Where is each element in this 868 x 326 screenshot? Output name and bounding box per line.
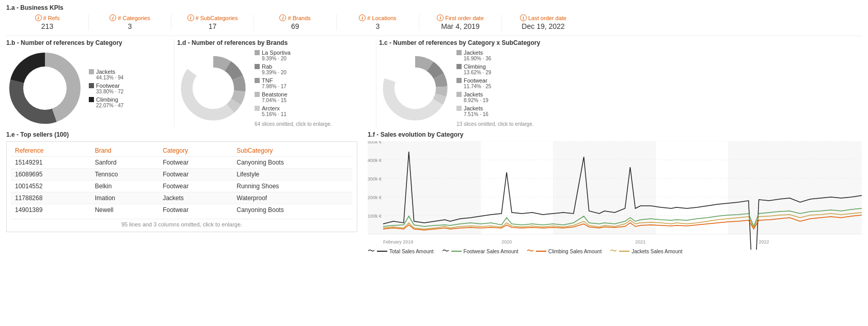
legend-color-cs2 bbox=[456, 64, 462, 69]
legend-label-beatstone: Beatstone bbox=[262, 91, 288, 97]
table-head-row: Reference Brand Category SubCategory bbox=[11, 146, 353, 157]
legend-sub-cs5: 7.51% · 16 bbox=[464, 111, 534, 117]
jackets-legend-line bbox=[619, 251, 629, 252]
info-icon-2[interactable]: i bbox=[187, 14, 194, 21]
table-cell-2-2: Footwear bbox=[159, 181, 232, 192]
table-cell-2-1: Belkin bbox=[91, 181, 159, 192]
footwear-legend-line bbox=[451, 251, 462, 252]
divider bbox=[6, 36, 862, 36]
legend-item-arcterx: Arcterx 5.16% · 11 bbox=[255, 105, 332, 117]
legend-sub-cs3: 11.74% · 25 bbox=[464, 84, 534, 89]
brands-donut-svg bbox=[177, 50, 249, 127]
svg-text:300k €: 300k € bbox=[368, 176, 382, 182]
legend-label-cs4: Jackets bbox=[464, 91, 483, 97]
table-cell-2-3: Running Shoes bbox=[232, 181, 353, 192]
col-category: Category bbox=[159, 146, 232, 157]
table-body: 15149291SanfordFootwearCanyoning Boots16… bbox=[11, 157, 353, 216]
page-container: 1.a - Business KPIs i # Refs 213 i # Cat… bbox=[0, 0, 868, 260]
brands-omitted-label[interactable]: 64 slices omitted, click to enlarge. bbox=[255, 121, 332, 127]
table-cell-0-1: Sanford bbox=[91, 157, 159, 169]
table-cell-0-0: 15149291 bbox=[11, 157, 91, 169]
kpi-label-text-1: # Categories bbox=[118, 15, 150, 21]
legend-color-cs3 bbox=[456, 78, 462, 83]
kpi-item-4: i # Locations 3 bbox=[337, 14, 419, 30]
kpi-value-0: 213 bbox=[41, 22, 53, 30]
category-donut-container: Jackets 44.13% · 94 Footwear 33.80% · 72 bbox=[6, 50, 166, 127]
table-row[interactable]: 16089695TennscoFootwearLifestyle bbox=[11, 169, 353, 181]
catsubcat-donut-svg bbox=[379, 50, 451, 127]
kpi-label-text-0: # Refs bbox=[43, 15, 60, 21]
table-cell-1-2: Footwear bbox=[159, 169, 232, 181]
catsubcat-legend: Jackets 16.90% · 36 Climbing 13.62% · 29 bbox=[456, 50, 534, 127]
info-icon-3[interactable]: i bbox=[279, 14, 286, 21]
legend-label-arcterx: Arcterx bbox=[262, 105, 280, 111]
legend-item-cs2: Climbing 13.62% · 29 bbox=[456, 63, 534, 75]
legend-item-climbing: Climbing 22.07% · 47 bbox=[89, 96, 123, 108]
kpi-value-5: Mar 4, 2019 bbox=[441, 22, 480, 30]
legend-label-footwear: Footwear bbox=[96, 83, 120, 89]
legend-sub-climbing: 22.07% · 47 bbox=[96, 103, 123, 108]
legend-sub-arcterx: 5.16% · 11 bbox=[262, 111, 332, 117]
top-sellers-table-wrapper: Reference Brand Category SubCategory 151… bbox=[6, 141, 357, 232]
table-cell-4-2: Footwear bbox=[159, 204, 232, 216]
legend-item-beatstone: Beatstone 7.04% · 15 bbox=[255, 91, 332, 103]
legend-color-footwear bbox=[89, 83, 94, 88]
kpi-value-3: 69 bbox=[291, 22, 299, 30]
table-row[interactable]: 11788268ImationJacketsWaterproof bbox=[11, 192, 353, 204]
catsubcat-omitted-label[interactable]: 13 slices omitted, click to enlarge. bbox=[456, 121, 534, 127]
total-legend-line bbox=[377, 251, 387, 252]
kpi-item-2: i # SubCategories 17 bbox=[171, 14, 254, 30]
brands-donut-container: La Sportiva 9.39% · 20 Rab 9.39% · 20 bbox=[177, 50, 368, 127]
info-icon-0[interactable]: i bbox=[35, 14, 42, 21]
kpi-label-3: i # Brands bbox=[279, 14, 310, 21]
table-footer: 95 lines and 3 columns omitted, click to… bbox=[11, 219, 353, 227]
info-icon-6[interactable]: i bbox=[520, 14, 527, 21]
info-icon-5[interactable]: i bbox=[437, 14, 444, 21]
catsubcat-chart-section: 1.c - Number of references by Category x… bbox=[379, 39, 575, 127]
legend-sub-beatstone: 7.04% · 15 bbox=[262, 97, 332, 103]
svg-rect-18 bbox=[368, 141, 481, 234]
info-icon-4[interactable]: i bbox=[359, 14, 366, 21]
legend-sub-lasportiva: 9.39% · 20 bbox=[262, 56, 332, 61]
col-reference: Reference bbox=[11, 146, 91, 157]
legend-label-cs2: Climbing bbox=[464, 63, 486, 70]
table-row[interactable]: 10014552BelkinFootwearRunning Shoes bbox=[11, 181, 353, 192]
kpi-value-4: 3 bbox=[376, 22, 380, 30]
legend-sub-rab: 9.39% · 20 bbox=[262, 70, 332, 75]
legend-sub-tnf: 7.98% · 17 bbox=[262, 84, 332, 89]
table-head: Reference Brand Category SubCategory bbox=[11, 146, 353, 157]
catsubcat-chart-title: 1.c - Number of references by Category x… bbox=[379, 39, 570, 46]
legend-label-rab: Rab bbox=[262, 63, 272, 70]
kpi-label-text-5: First order date bbox=[445, 15, 484, 21]
legend-label-jackets: Jackets bbox=[96, 69, 115, 75]
legend-color-rab bbox=[255, 64, 260, 69]
top-sellers-title: 1.e - Top sellers (100) bbox=[6, 131, 357, 138]
legend-label-tnf: TNF bbox=[262, 77, 273, 84]
catsubcat-donut-container: Jackets 16.90% · 36 Climbing 13.62% · 29 bbox=[379, 50, 570, 127]
svg-point-17 bbox=[395, 68, 435, 108]
svg-text:200k €: 200k € bbox=[368, 195, 382, 200]
sales-chart-title: 1.f - Sales evolution by Category bbox=[368, 131, 862, 138]
legend-label-climbing: Climbing bbox=[96, 96, 118, 103]
legend-item-tnf: TNF 7.98% · 17 bbox=[255, 77, 332, 89]
legend-item-rab: Rab 9.39% · 20 bbox=[255, 63, 332, 75]
sales-chart-area: 500k € 400k € 300k € 200k € 100k € Febru… bbox=[368, 141, 862, 244]
legend-item-cs4: Jackets 8.92% · 19 bbox=[456, 91, 534, 103]
info-icon-1[interactable]: i bbox=[109, 14, 116, 21]
climbing-legend-line bbox=[536, 251, 546, 252]
divider-v2 bbox=[376, 39, 376, 127]
bottom-row: 1.e - Top sellers (100) Reference Brand … bbox=[6, 131, 862, 256]
table-row[interactable]: 14901389NewellFootwearCanyoning Boots bbox=[11, 204, 353, 216]
svg-text:2020: 2020 bbox=[501, 239, 512, 244]
legend-sub-cs1: 16.90% · 36 bbox=[464, 56, 534, 61]
table-row[interactable]: 15149291SanfordFootwearCanyoning Boots bbox=[11, 157, 353, 169]
legend-label-cs1: Jackets bbox=[464, 50, 483, 56]
kpi-label-text-3: # Brands bbox=[288, 15, 310, 21]
kpi-label-0: i # Refs bbox=[35, 14, 60, 21]
kpi-label-5: i First order date bbox=[437, 14, 484, 21]
table-cell-1-3: Lifestyle bbox=[232, 169, 353, 181]
table-cell-0-3: Canyoning Boots bbox=[232, 157, 353, 169]
legend-item-jackets: Jackets 44.13% · 94 bbox=[89, 69, 123, 80]
legend-sub-footwear: 33.80% · 72 bbox=[96, 89, 123, 94]
kpi-label-text-6: Last order date bbox=[528, 15, 566, 21]
